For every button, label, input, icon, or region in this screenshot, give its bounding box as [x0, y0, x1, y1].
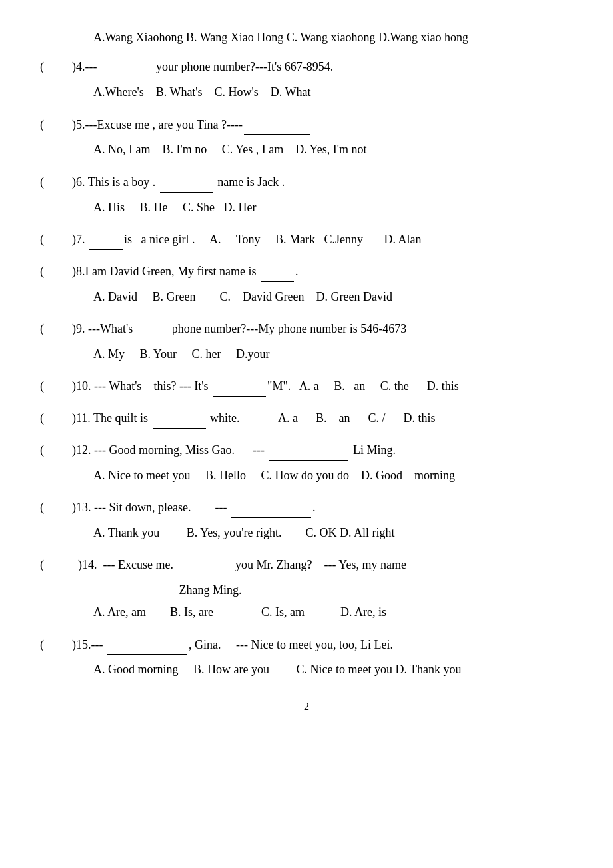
q11-paren: (: [40, 409, 60, 428]
question-12: ( )12. --- Good morning, Miss Gao. --- L…: [40, 441, 573, 486]
q12-text: )12. --- Good morning, Miss Gao. --- Li …: [60, 441, 573, 461]
q4-text: )4.--- your phone number?---It's 667-895…: [60, 57, 573, 77]
q14-text: )14. --- Excuse me. you Mr. Zhang? --- Y…: [60, 555, 573, 575]
q12-paren: (: [40, 441, 60, 460]
question-8: ( )8.I am David Green, My first name is …: [40, 262, 573, 307]
q10-paren: (: [40, 377, 60, 396]
q5-text: )5.---Excuse me , are you Tina ?----: [60, 115, 573, 135]
q6-paren: (: [40, 173, 60, 192]
q13-paren: (: [40, 498, 60, 517]
q8-text: )8.I am David Green, My first name is .: [60, 262, 573, 282]
question-13: ( )13. --- Sit down, please. --- . A. Th…: [40, 498, 573, 543]
question-14: ( )14. --- Excuse me. you Mr. Zhang? ---…: [40, 555, 573, 623]
q15-paren: (: [40, 635, 60, 655]
q7-paren: (: [40, 230, 60, 249]
top-options: A.Wang Xiaohong B. Wang Xiao Hong C. Wan…: [40, 27, 573, 48]
q15-options: A. Good morning B. How are you C. Nice t…: [40, 659, 573, 680]
q9-paren: (: [40, 319, 60, 339]
q15-text: )15.--- , Gina. --- Nice to meet you, to…: [60, 635, 573, 655]
q5-options: A. No, I am B. I'm no C. Yes , I am D. Y…: [40, 139, 573, 160]
q14-second-line: Zhang Ming.: [40, 579, 573, 601]
q8-options: A. David B. Green C. David Green D. Gree…: [40, 286, 573, 307]
q10-text: )10. --- What's this? --- It's "M". A. a…: [60, 377, 573, 397]
q4-options: A.Where's B. What's C. How's D. What: [40, 81, 573, 103]
question-4: ( )4.--- your phone number?---It's 667-8…: [40, 57, 573, 103]
question-11: ( )11. The quilt is white. A. a B. an C.…: [40, 409, 573, 429]
q14-options: A. Are, am B. Is, are C. Is, am D. Are, …: [40, 601, 573, 623]
question-10: ( )10. --- What's this? --- It's "M". A.…: [40, 377, 573, 397]
question-9: ( )9. ---What's phone number?---My phone…: [40, 319, 573, 365]
q12-options: A. Nice to meet you B. Hello C. How do y…: [40, 465, 573, 486]
page-number: 2: [40, 701, 573, 713]
q13-options: A. Thank you B. Yes, you're right. C. OK…: [40, 522, 573, 543]
q6-text: )6. This is a boy . name is Jack .: [60, 173, 573, 193]
q6-options: A. His B. He C. She D. Her: [40, 197, 573, 218]
q5-paren: (: [40, 115, 60, 135]
q9-options: A. My B. Your C. her D.your: [40, 343, 573, 365]
q14-paren: (: [40, 555, 60, 575]
question-5: ( )5.---Excuse me , are you Tina ?---- A…: [40, 115, 573, 161]
question-7: ( )7. is a nice girl . A. Tony B. Mark C…: [40, 230, 573, 250]
q4-paren: (: [40, 57, 60, 77]
q13-text: )13. --- Sit down, please. --- .: [60, 498, 573, 518]
question-6: ( )6. This is a boy . name is Jack . A. …: [40, 173, 573, 218]
q11-text: )11. The quilt is white. A. a B. an C. /…: [60, 409, 573, 429]
q8-paren: (: [40, 262, 60, 281]
q7-text: )7. is a nice girl . A. Tony B. Mark C.J…: [60, 230, 573, 250]
q9-text: )9. ---What's phone number?---My phone n…: [60, 319, 573, 339]
question-15: ( )15.--- , Gina. --- Nice to meet you, …: [40, 635, 573, 681]
